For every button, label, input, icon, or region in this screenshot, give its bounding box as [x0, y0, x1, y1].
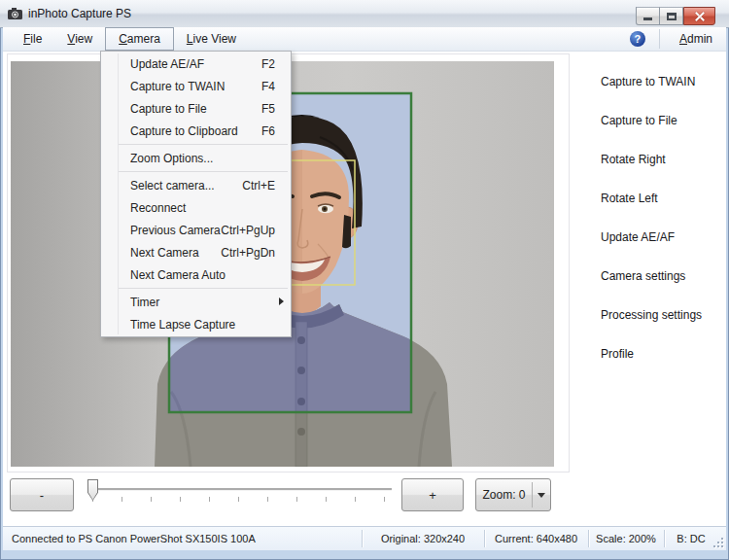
slider-tick: [267, 497, 268, 502]
admin-menu[interactable]: Admin: [674, 32, 718, 46]
title-bar: inPhoto Capture PS: [0, 0, 729, 28]
menu-item[interactable]: Capture to Clipboard F6: [101, 120, 291, 142]
menubar-right: ? Admin: [630, 27, 718, 51]
panel-button[interactable]: Camera settings: [583, 257, 725, 296]
menu-item[interactable]: Next Camera Auto: [101, 263, 291, 286]
close-icon: [694, 11, 706, 22]
slider-tick: [180, 497, 181, 502]
maximize-button[interactable]: [660, 7, 683, 25]
zoom-in-button[interactable]: +: [401, 478, 464, 511]
menu-item-shortcut: F6: [261, 124, 275, 138]
menubar-item-label: View: [67, 32, 92, 46]
menubar-divider: [659, 29, 660, 49]
menu-item-label: Next Camera: [130, 246, 199, 260]
menu-separator: [119, 288, 288, 289]
menu-item[interactable]: Time Lapse Capture: [101, 313, 291, 335]
menu-item-label: Select camera...: [130, 179, 215, 192]
connection-status: Connected to PS Canon PowerShot SX150IS …: [12, 527, 256, 550]
zoom-slider-track[interactable]: [90, 488, 392, 491]
bits-value: B: DC: [664, 527, 718, 550]
original-size: Original: 320x240: [362, 527, 484, 550]
menubar-items: File View Camera Live View: [11, 27, 249, 51]
client-area: File View Camera Live View ?: [3, 27, 726, 550]
menubar-item[interactable]: Camera: [105, 27, 174, 51]
menu-item-shortcut: F5: [261, 102, 275, 116]
menu-item-shortcut: F2: [261, 57, 275, 71]
menubar-item-label: Live View: [187, 32, 236, 46]
menu-item-label: Previous Camera: [130, 224, 221, 237]
submenu-arrow-icon: [279, 298, 284, 305]
caption-buttons: [636, 7, 715, 25]
menu-item-label: Reconnect: [130, 201, 186, 215]
menu-item-label: Update AE/AF: [130, 57, 204, 71]
minimize-button[interactable]: [636, 7, 660, 25]
menu-item-label: Capture to File: [130, 102, 207, 116]
menu-item-label: Timer: [130, 296, 159, 309]
slider-tick: [151, 497, 152, 502]
menu-item-label: Capture to Clipboard: [130, 124, 238, 138]
menu-separator: [119, 171, 288, 172]
window-title: inPhoto Capture PS: [28, 7, 131, 20]
menu-item-shortcut: Ctrl+E: [242, 179, 275, 192]
slider-tick: [326, 497, 327, 502]
menu-item[interactable]: Zoom Options...: [101, 147, 291, 169]
menubar-item[interactable]: File: [11, 27, 54, 51]
menu-item-label: Time Lapse Capture: [130, 318, 235, 332]
slider-tick: [384, 497, 385, 502]
status-bar: Connected to PS Canon PowerShot SX150IS …: [3, 526, 726, 550]
dropdown-arrow-button[interactable]: [533, 493, 550, 498]
zoom-slider-ticks: [92, 497, 385, 502]
menubar-item-label: Camera: [119, 32, 160, 46]
menubar-item-label: File: [23, 32, 42, 46]
slider-tick: [122, 497, 122, 502]
menu-item-label: Zoom Options...: [130, 152, 213, 165]
menu-item-shortcut: Ctrl+PgUp: [221, 224, 275, 237]
maximize-icon: [667, 13, 677, 20]
zoom-level-dropdown[interactable]: Zoom: 0: [475, 478, 551, 511]
menu-item-shortcut: Ctrl+PgDn: [221, 246, 275, 260]
menu-item-label: Next Camera Auto: [130, 268, 226, 282]
current-size: Current: 640x480: [484, 527, 588, 550]
menu-item[interactable]: Capture to File F5: [101, 97, 291, 120]
zoom-level-value: Zoom: 0: [476, 488, 532, 502]
slider-tick: [355, 497, 356, 502]
menu-bar: File View Camera Live View ?: [3, 27, 726, 52]
menu-item[interactable]: Update AE/AF F2: [101, 52, 291, 75]
panel-button[interactable]: Update AE/AF: [583, 218, 725, 257]
menu-item[interactable]: Select camera... Ctrl+E: [101, 174, 291, 196]
menubar-item[interactable]: View: [54, 27, 105, 51]
menu-separator: [119, 144, 288, 145]
panel-button[interactable]: Processing settings: [583, 296, 725, 334]
zoom-out-button[interactable]: -: [10, 478, 74, 511]
panel-button[interactable]: Rotate Left: [583, 179, 725, 218]
panel-button[interactable]: Profile: [583, 334, 725, 373]
panel-button[interactable]: Rotate Right: [583, 140, 725, 179]
menubar-item[interactable]: Live View: [174, 27, 249, 51]
menu-item[interactable]: Reconnect: [101, 196, 291, 219]
slider-tick: [209, 497, 210, 502]
menu-item[interactable]: Capture to TWAIN F4: [101, 75, 291, 97]
resize-grip[interactable]: [713, 538, 723, 547]
panel-button[interactable]: Capture to File: [583, 101, 725, 140]
camera-menu: Update AE/AF F2 Capture to TWAIN F4 Capt…: [100, 51, 292, 337]
camera-app-icon: [8, 8, 22, 19]
minimize-icon: [643, 18, 652, 20]
menu-item-shortcut: F4: [261, 80, 275, 93]
menu-item-label: Capture to TWAIN: [130, 80, 225, 93]
action-panel: Capture to TWAIN Capture to File Rotate …: [583, 62, 725, 373]
app-window: inPhoto Capture PS File View: [0, 0, 729, 560]
slider-tick: [238, 497, 239, 502]
close-button[interactable]: [683, 7, 715, 25]
menu-item[interactable]: Next Camera Ctrl+PgDn: [101, 241, 291, 263]
chevron-down-icon: [538, 493, 545, 498]
menu-item[interactable]: Previous Camera Ctrl+PgUp: [101, 219, 291, 241]
menu-item[interactable]: Timer: [101, 291, 291, 313]
scale-value: Scale: 200%: [588, 527, 664, 550]
help-icon[interactable]: ?: [630, 31, 645, 47]
panel-button[interactable]: Capture to TWAIN: [583, 62, 725, 101]
slider-tick: [296, 497, 297, 502]
